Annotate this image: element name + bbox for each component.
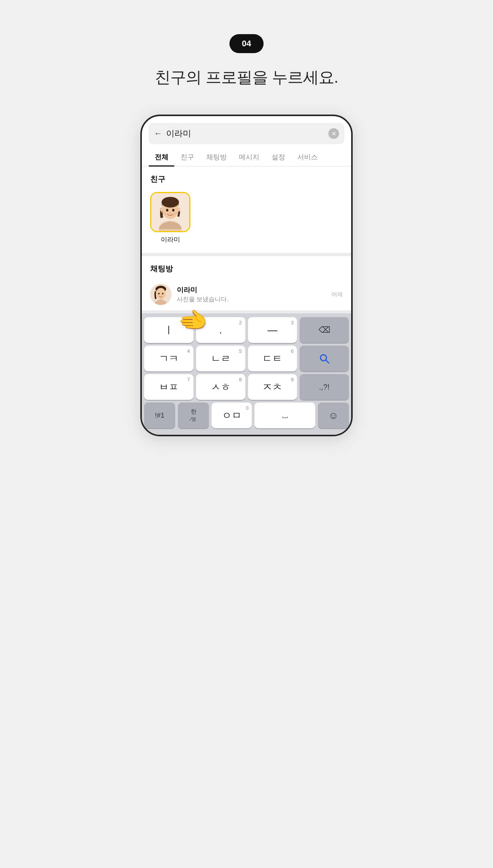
key-8[interactable]: 8 ㅅㅎ [196,374,245,400]
key-emoji[interactable]: ☺ [318,403,349,428]
chat-name: 이라미 [177,285,326,294]
keyboard-row-1: 1 ㅣ 2 . 3 — ⌫ [144,317,349,343]
key-5[interactable]: 5 ㄴㄹ [196,346,245,371]
svg-point-7 [170,212,171,214]
key-delete[interactable]: ⌫ [300,317,349,343]
svg-point-6 [172,209,174,212]
key-4[interactable]: 4 ㄱㅋ [144,346,193,371]
chat-time: 어제 [331,291,343,298]
svg-point-5 [166,209,168,212]
keyboard-row-2: 4 ㄱㅋ 5 ㄴㄹ 6 ㄷㅌ [144,346,349,371]
key-0[interactable]: 0 ㅇㅁ [212,403,252,428]
phone-mockup: ← 이라미 ✕ 전체 친구 채팅방 메시지 설정 서비스 친구 [140,115,353,436]
chatroom-header: 채팅방 [142,256,351,278]
friend-avatar-wrapper [150,192,190,232]
key-2[interactable]: 2 . [196,317,245,343]
key-6[interactable]: 6 ㄷㅌ [248,346,297,371]
key-search[interactable] [300,346,349,371]
chat-avatar [150,284,171,305]
key-lang[interactable]: 한⁄영 [178,403,209,428]
clear-icon: ✕ [331,130,336,137]
friends-section: 친구 [142,167,351,256]
search-input[interactable]: 이라미 [166,128,325,139]
back-button[interactable]: ← [154,129,162,138]
svg-point-3 [160,208,163,212]
svg-point-14 [158,293,160,294]
chat-avatar-svg [150,284,171,305]
friend-item[interactable]: 이라미 🫲 [146,189,195,247]
key-space[interactable]: ⎵ [254,403,315,428]
friend-avatar-svg [151,193,189,231]
search-clear-button[interactable]: ✕ [328,128,339,139]
chatroom-section: 채팅방 이 [142,256,351,313]
key-1[interactable]: 1 ㅣ [144,317,193,343]
friends-header: 친구 [142,167,351,189]
tab-chatrooms[interactable]: 채팅방 [200,147,233,166]
search-icon [318,352,330,365]
key-special[interactable]: !#1 [144,403,175,428]
svg-point-9 [173,212,177,215]
tab-settings[interactable]: 설정 [265,147,291,166]
step-badge: 04 [229,34,264,53]
chat-preview: 사진을 보냈습니다. [177,296,326,303]
key-punct[interactable]: .,?! [300,374,349,400]
tab-messages[interactable]: 메시지 [233,147,265,166]
instruction-text: 친구의 프로필을 누르세요. [155,67,338,88]
key-3[interactable]: 3 — [248,317,297,343]
step-number: 04 [242,39,251,49]
tab-friends[interactable]: 친구 [174,147,200,166]
tab-bar: 전체 친구 채팅방 메시지 설정 서비스 [142,147,351,167]
svg-point-4 [177,208,180,212]
svg-point-8 [163,212,167,215]
key-9[interactable]: 9 ㅈㅊ [248,374,297,400]
tab-services[interactable]: 서비스 [291,147,324,166]
chat-info: 이라미 사진을 보냈습니다. [177,285,326,303]
search-bar: ← 이라미 ✕ [149,123,344,144]
tab-all[interactable]: 전체 [149,147,174,166]
keyboard-row-3: 7 ㅂㅍ 8 ㅅㅎ 9 ㅈㅊ .,?! [144,374,349,400]
key-7[interactable]: 7 ㅂㅍ [144,374,193,400]
svg-point-10 [161,211,163,213]
keyboard: 1 ㅣ 2 . 3 — ⌫ 4 ㄱㅋ 5 ㄴㄹ [142,313,351,435]
svg-line-17 [326,360,329,363]
chat-item[interactable]: 이라미 사진을 보냈습니다. 어제 [142,278,351,310]
svg-point-15 [162,293,163,294]
keyboard-row-4: !#1 한⁄영 0 ㅇㅁ ⎵ ☺ [144,403,349,428]
friend-name: 이라미 [161,235,180,244]
svg-point-13 [156,288,166,299]
friends-row: 이라미 🫲 [142,189,351,247]
